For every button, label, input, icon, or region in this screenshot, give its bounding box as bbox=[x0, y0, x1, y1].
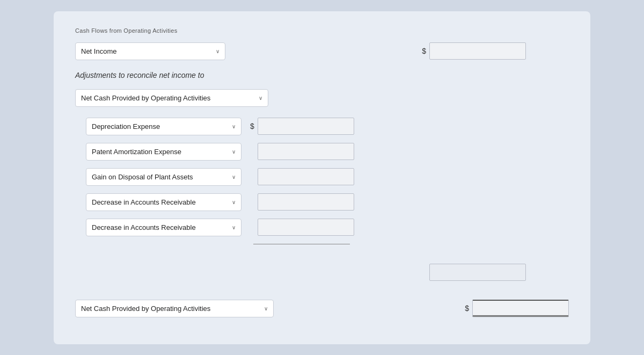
top-label: Cash Flows from Operating Activities bbox=[75, 27, 569, 34]
net-cash-bottom-input[interactable] bbox=[472, 300, 569, 317]
net-cash-bottom-label: Net Cash Provided by Operating Activitie… bbox=[81, 305, 210, 313]
subtotal-area bbox=[429, 264, 526, 281]
gain-disposal-input[interactable] bbox=[258, 168, 354, 185]
net-cash-top-chevron: ∨ bbox=[259, 95, 262, 101]
decrease-ar2-label: Decrease in Accounts Receivable bbox=[92, 223, 196, 231]
line-item-row: Patent Amortization Expense ∨ $ bbox=[86, 143, 569, 161]
net-income-dollar: $ bbox=[422, 47, 426, 55]
decrease-ar1-label: Decrease in Accounts Receivable bbox=[92, 198, 196, 206]
net-cash-bottom-dropdown[interactable]: Net Cash Provided by Operating Activitie… bbox=[75, 300, 274, 317]
main-container: Cash Flows from Operating Activities Net… bbox=[54, 11, 590, 344]
depreciation-chevron: ∨ bbox=[232, 124, 236, 129]
adjustments-label: Adjustments to reconcile net income to bbox=[75, 71, 569, 79]
patent-amortization-label: Patent Amortization Expense bbox=[92, 148, 181, 156]
depreciation-expense-label: Depreciation Expense bbox=[92, 122, 160, 131]
net-cash-bottom-dollar: $ bbox=[465, 304, 469, 313]
gain-disposal-dropdown[interactable]: Gain on Disposal of Plant Assets ∨ bbox=[86, 168, 241, 186]
net-income-right: $ bbox=[422, 42, 526, 60]
decrease-ar1-input[interactable] bbox=[258, 193, 354, 211]
patent-amortization-dropdown[interactable]: Patent Amortization Expense ∨ bbox=[86, 143, 241, 161]
net-income-chevron: ∨ bbox=[216, 48, 219, 54]
line-item-row: Gain on Disposal of Plant Assets ∨ $ bbox=[86, 168, 569, 186]
decrease-ar2-input[interactable] bbox=[258, 219, 354, 236]
patent-input[interactable] bbox=[258, 143, 354, 160]
decrease-ar1-chevron: ∨ bbox=[232, 199, 236, 205]
depreciation-input[interactable] bbox=[258, 118, 354, 135]
net-income-input[interactable] bbox=[429, 42, 526, 60]
depreciation-dollar: $ bbox=[250, 122, 254, 131]
decrease-ar2-chevron: ∨ bbox=[232, 224, 236, 230]
net-income-row: Net Income ∨ $ bbox=[75, 42, 569, 60]
subtotal-input[interactable] bbox=[429, 264, 526, 281]
net-income-label: Net Income bbox=[81, 47, 116, 55]
patent-chevron: ∨ bbox=[232, 149, 236, 155]
net-cash-top-dropdown[interactable]: Net Cash Provided by Operating Activitie… bbox=[75, 89, 268, 107]
gain-disposal-chevron: ∨ bbox=[232, 174, 236, 180]
net-income-dropdown[interactable]: Net Income ∨ bbox=[75, 42, 225, 60]
line-item-row: Depreciation Expense ∨ $ bbox=[86, 118, 569, 135]
decrease-ar2-dropdown[interactable]: Decrease in Accounts Receivable ∨ bbox=[86, 219, 241, 236]
net-cash-top-label: Net Cash Provided by Operating Activitie… bbox=[81, 94, 210, 102]
line-item-row: Decrease in Accounts Receivable ∨ $ bbox=[86, 193, 569, 211]
line-items-section: Depreciation Expense ∨ $ Patent Amortiza… bbox=[75, 118, 569, 236]
line-item-row: Decrease in Accounts Receivable ∨ $ bbox=[86, 219, 569, 236]
gain-disposal-label: Gain on Disposal of Plant Assets bbox=[92, 173, 193, 181]
subtotal-divider bbox=[253, 244, 350, 244]
net-cash-bottom-row: Net Cash Provided by Operating Activitie… bbox=[75, 300, 569, 317]
net-cash-bottom-right: $ bbox=[465, 300, 569, 317]
net-cash-top-row: Net Cash Provided by Operating Activitie… bbox=[75, 89, 569, 107]
net-cash-bottom-chevron: ∨ bbox=[264, 306, 268, 311]
depreciation-expense-dropdown[interactable]: Depreciation Expense ∨ bbox=[86, 118, 241, 135]
decrease-ar1-dropdown[interactable]: Decrease in Accounts Receivable ∨ bbox=[86, 193, 241, 211]
